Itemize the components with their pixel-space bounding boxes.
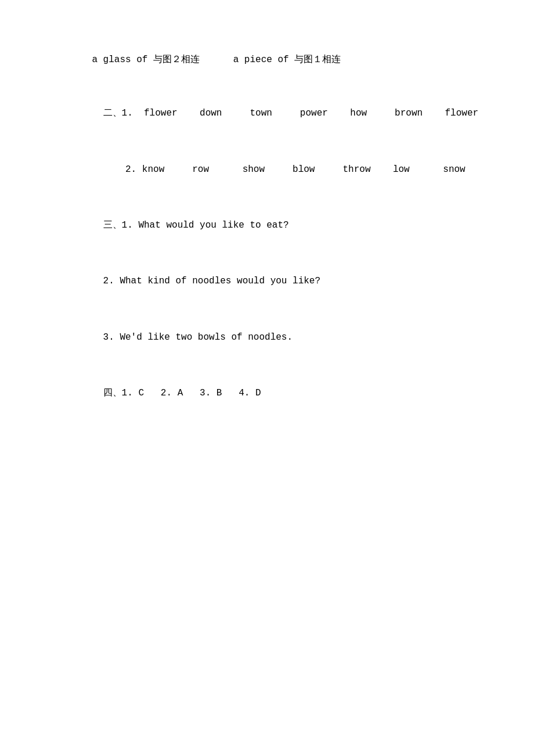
section2-label: 二、 bbox=[103, 108, 122, 118]
line1-text: a glass of 与图２相连 a piece of 与图１相连 bbox=[92, 55, 341, 65]
line-1: a glass of 与图２相连 a piece of 与图１相连 bbox=[70, 35, 464, 85]
section2-row2-text: 2. know row show blow throw low snow bbox=[103, 164, 466, 175]
section3-item2-text: 2. What kind of noodles would you like? bbox=[103, 276, 320, 286]
section3-item2: 2. What kind of noodles would you like? bbox=[70, 257, 464, 307]
section4-content: 1. C 2. A 3. B 4. D bbox=[122, 388, 261, 398]
section3-label: 三、 bbox=[103, 220, 122, 231]
section3-item3: 3. We'd like two bowls of noodles. bbox=[70, 312, 464, 362]
section-4: 四、1. C 2. A 3. B 4. D bbox=[70, 368, 464, 418]
section4-label: 四、 bbox=[103, 388, 122, 398]
section3-item3-text: 3. We'd like two bowls of noodles. bbox=[103, 332, 293, 343]
page-content: a glass of 与图２相连 a piece of 与图１相连 二、1. f… bbox=[70, 35, 464, 419]
section-2: 二、1. flower down town power how brown fl… bbox=[70, 88, 464, 195]
section-3: 三、1. What would you like to eat? 2. What… bbox=[70, 200, 464, 362]
section2-row1-text: 1. flower down town power how brown flow… bbox=[122, 108, 479, 118]
section4-row: 四、1. C 2. A 3. B 4. D bbox=[70, 368, 464, 418]
section3-item1-text: 1. What would you like to eat? bbox=[122, 220, 289, 231]
section2-row1: 二、1. flower down town power how brown fl… bbox=[70, 88, 464, 138]
section2-row2: 2. know row show blow throw low snow bbox=[70, 145, 464, 195]
section3-item1: 三、1. What would you like to eat? bbox=[70, 200, 464, 250]
